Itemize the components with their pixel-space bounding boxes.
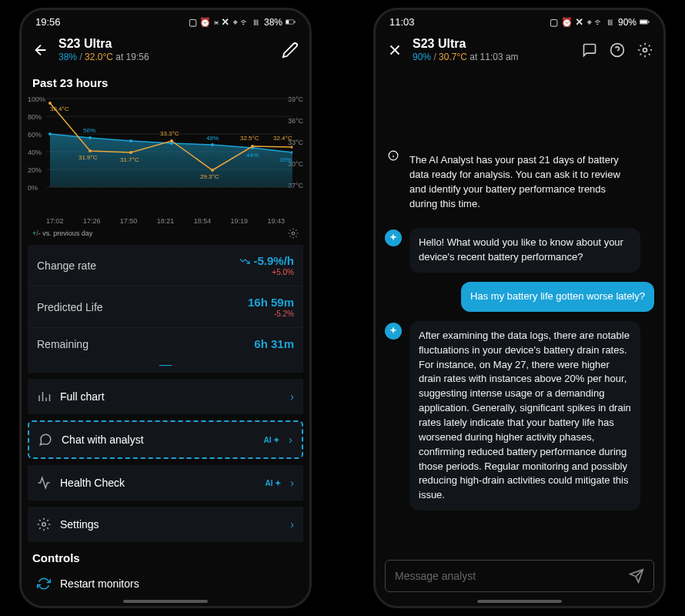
restart-monitors[interactable]: Restart monitors (28, 569, 303, 598)
refresh-icon (37, 577, 51, 591)
bar-chart-icon (37, 390, 51, 403)
message-icon[interactable] (582, 42, 597, 58)
header: S23 Ultra 38% / 32.0°C at 19:56 (22, 31, 309, 69)
status-battery-pct: 38% (264, 17, 282, 28)
battery-icon (286, 17, 296, 27)
status-time: 11:03 (389, 16, 415, 28)
chart: 100% 80% 60% 40% 20% 0% 39°C 36°C 33°C 3… (26, 94, 305, 225)
device-name: S23 Ultra (58, 37, 272, 51)
header-battery-pct: 90% (413, 52, 431, 62)
svg-text:44%: 44% (246, 152, 259, 159)
svg-text:56%: 56% (83, 127, 95, 134)
svg-point-21 (251, 145, 254, 148)
svg-point-9 (48, 132, 52, 136)
chevron-right-icon: › (290, 390, 294, 403)
home-indicator[interactable] (123, 600, 208, 603)
svg-text:29.3°C: 29.3°C (200, 173, 219, 180)
header-battery-pct: 38% (58, 52, 77, 62)
svg-point-10 (89, 136, 92, 139)
header-temp: 32.0°C (85, 52, 113, 62)
svg-point-19 (170, 139, 173, 142)
svg-point-20 (211, 169, 214, 172)
phone-right: 11:03 ▢ ⏰ ✕ ◈ ᯤ ⫴ 90% S23 Ultra 90% / 30… (373, 8, 666, 608)
status-time: 19:56 (35, 16, 61, 28)
svg-text:32.4°C: 32.4°C (273, 135, 292, 142)
collapse-handle[interactable]: — (28, 360, 303, 373)
chart-title: Past 23 hours (22, 69, 309, 94)
close-icon[interactable] (386, 42, 403, 59)
edit-icon[interactable] (282, 42, 299, 59)
svg-point-17 (89, 149, 92, 152)
stats-card: Change rate -5.9%/h +5.0% Predicted Life… (28, 245, 303, 373)
chart-svg: 38.4°C 56% 31.9°C 31.7°C 33.3°C 48% 29.3… (46, 94, 292, 202)
svg-point-13 (211, 143, 214, 146)
gear-icon (37, 517, 51, 531)
chat-info-message: The AI Analyst has your past 21 days of … (385, 146, 654, 219)
svg-point-16 (48, 102, 52, 105)
menu-health-check[interactable]: Health Check AI ✦ › (28, 465, 303, 500)
menu-chat-analyst[interactable]: Chat with analyst AI ✦ › (28, 420, 303, 459)
ai-avatar-icon (385, 229, 402, 246)
phone-left: 19:56 ▢ ⏰ ⚹ ✕ ◈ ᯤ ⫴ 38% S23 Ultra 38% / … (19, 8, 312, 608)
chevron-right-icon: › (290, 518, 294, 531)
stat-remaining: Remaining 6h 31m (28, 328, 303, 360)
ai-avatar-icon (385, 323, 402, 340)
svg-text:39%: 39% (279, 156, 292, 163)
chat-ai-message: After examining the data logs, there are… (385, 321, 654, 511)
ai-badge: AI ✦ (264, 436, 280, 444)
header-title: S23 Ultra 90% / 30.7°C at 11:03 am (413, 37, 573, 62)
svg-text:32.5°C: 32.5°C (240, 135, 259, 142)
chart-x-labels: 17:0217:2617:5018:2118:5419:1919:43 (46, 217, 285, 225)
chat-ai-message: Hello! What would you like to know about… (385, 228, 654, 273)
svg-rect-1 (286, 20, 289, 23)
svg-text:33.3°C: 33.3°C (160, 130, 179, 137)
trend-down-icon (239, 256, 250, 267)
home-indicator[interactable] (477, 600, 562, 603)
controls-title: Controls (22, 542, 309, 569)
gear-icon[interactable] (637, 42, 653, 58)
header-temp: 30.7°C (439, 52, 467, 62)
chat-input[interactable] (385, 560, 654, 592)
status-icons: ▢ ⏰ ✕ ◈ ᯤ ⫴ 90% (550, 17, 650, 28)
svg-text:48%: 48% (206, 135, 219, 142)
chat-icon (38, 433, 52, 447)
status-bar: 19:56 ▢ ⏰ ⚹ ✕ ◈ ᯤ ⫴ 38% (22, 10, 309, 31)
gear-icon[interactable] (288, 228, 299, 239)
status-battery-pct: 90% (618, 17, 637, 28)
stat-change-rate: Change rate -5.9%/h +5.0% (28, 245, 303, 286)
chart-footer: +/- vs. previous day (22, 225, 309, 245)
stat-predicted-life: Predicted Life 16h 59m -5.2% (28, 286, 303, 328)
chevron-right-icon: › (289, 434, 292, 446)
back-icon[interactable] (32, 42, 49, 59)
header: S23 Ultra 90% / 30.7°C at 11:03 am (376, 31, 663, 69)
svg-rect-42 (648, 21, 649, 22)
svg-point-39 (42, 523, 46, 527)
svg-text:38.4°C: 38.4°C (50, 105, 69, 112)
svg-point-34 (292, 232, 295, 235)
svg-text:31.9°C: 31.9°C (79, 154, 98, 161)
svg-rect-41 (640, 20, 647, 23)
ai-badge: AI ✦ (266, 479, 282, 487)
svg-text:31.7°C: 31.7°C (120, 156, 139, 163)
message-input[interactable] (395, 570, 629, 582)
status-bar: 11:03 ▢ ⏰ ✕ ◈ ᯤ ⫴ 90% (376, 10, 663, 31)
info-icon (385, 147, 402, 164)
status-icons: ▢ ⏰ ⚹ ✕ ◈ ᯤ ⫴ 38% (189, 17, 296, 28)
device-name: S23 Ultra (413, 37, 573, 51)
chat-user-message: Has my battery life gotten worse lately? (385, 282, 654, 312)
menu-full-chart[interactable]: Full chart › (28, 379, 303, 414)
svg-point-47 (643, 48, 647, 52)
svg-point-22 (291, 146, 292, 149)
help-icon[interactable] (610, 42, 625, 58)
chevron-right-icon: › (290, 477, 294, 489)
svg-point-11 (129, 139, 132, 142)
chat-body: The AI Analyst has your past 21 days of … (376, 146, 663, 552)
header-title: S23 Ultra 38% / 32.0°C at 19:56 (58, 37, 272, 62)
svg-rect-2 (294, 21, 295, 22)
battery-icon (640, 17, 650, 27)
svg-point-18 (129, 151, 132, 154)
send-icon[interactable] (629, 568, 644, 584)
pulse-icon (37, 476, 51, 490)
menu-settings[interactable]: Settings › (28, 507, 303, 542)
